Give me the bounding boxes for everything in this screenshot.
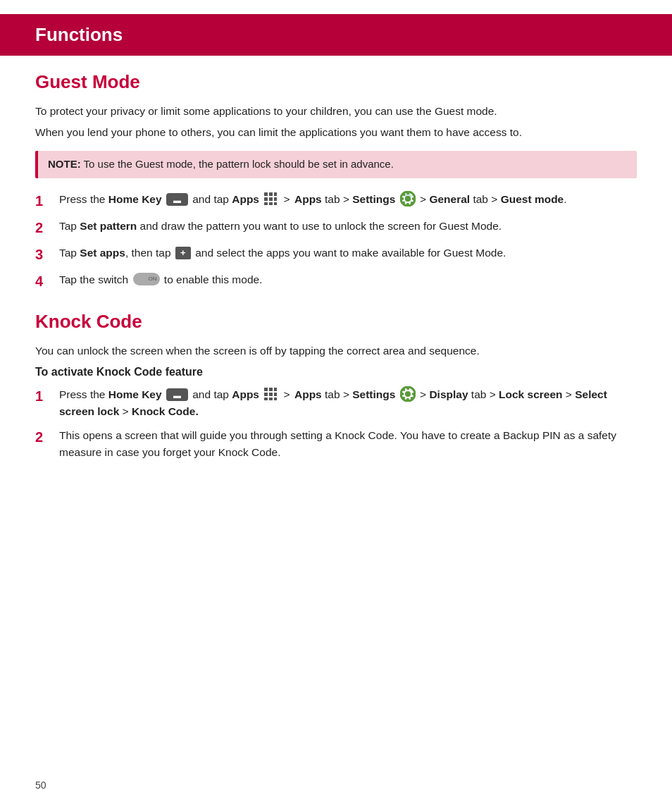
svg-rect-8 [274,202,277,205]
apps-grid-icon [263,387,278,401]
svg-rect-3 [264,197,268,201]
note-box: NOTE: To use the Guest mode, the pattern… [35,151,637,178]
step-number: 2 [35,427,55,447]
svg-rect-23 [264,388,268,391]
list-item: 2 This opens a screen that will guide yo… [35,427,637,461]
svg-rect-1 [269,192,273,196]
svg-rect-39 [411,398,413,400]
lock-screen-label: Lock screen [499,388,562,400]
knock-code-subheading: To activate Knock Code feature [35,364,637,381]
svg-rect-26 [264,393,268,396]
guest-mode-steps: 1 Press the Home Key ▬ and tap Apps [35,191,637,291]
page-header: Functions [0,14,672,56]
guest-mode-intro1: To protect your privacy or limit some ap… [35,103,637,120]
svg-rect-21 [402,194,405,196]
step-content: Press the Home Key ▬ and tap Apps [59,191,637,208]
knock-code-title: Knock Code [35,308,637,335]
home-key-icon: ▬ [166,388,188,401]
home-key-icon: ▬ [166,193,188,206]
step-content: Tap the switch to enable this mode. [59,271,637,288]
home-key-label: Home Key [108,388,162,400]
svg-rect-6 [264,202,268,205]
step-number: 1 [35,191,55,211]
settings-icon-2 [400,386,416,402]
general-label: General [429,193,470,205]
step-number: 3 [35,245,55,264]
svg-rect-4 [269,197,273,201]
svg-point-11 [405,196,411,202]
guest-mode-intro2: When you lend your phone to others, you … [35,124,637,141]
settings-label: Settings [352,388,395,400]
svg-rect-5 [274,197,277,201]
svg-rect-19 [403,202,405,204]
set-pattern-label: Set pattern [80,220,137,232]
list-item: 3 Tap Set apps, then tap + and select th… [35,245,637,264]
toggle-icon [133,273,160,285]
knock-code-intro: You can unlock the screen when the scree… [35,343,637,359]
guest-mode-section: Guest Mode To protect your privacy or li… [35,68,637,291]
note-text: To use the Guest mode, the pattern lock … [84,158,394,170]
set-apps-label: Set apps [80,247,125,259]
svg-rect-7 [269,202,273,205]
step-number: 4 [35,271,55,291]
svg-rect-17 [411,202,413,204]
svg-rect-25 [274,388,277,391]
step-content: Press the Home Key ▬ and tap Apps [59,386,637,420]
step-content: Tap Set apps, then tap + and select the … [59,245,637,261]
apps-tab-label: Apps [294,193,322,205]
svg-rect-0 [264,192,268,196]
note-label: NOTE: [48,158,81,170]
svg-rect-27 [269,393,273,396]
list-item: 4 Tap the switch to enable this mode. [35,271,637,291]
arrow: > [284,388,293,400]
list-item: 1 Press the Home Key ▬ and tap Apps [35,386,637,420]
settings-icon [400,191,416,207]
step-number: 1 [35,386,55,406]
display-label: Display [429,388,468,400]
apps-label: Apps [232,388,259,400]
knock-code-steps: 1 Press the Home Key ▬ and tap Apps [35,386,637,461]
knock-code-section: Knock Code You can unlock the screen whe… [35,308,637,461]
step-number: 2 [35,218,55,238]
add-icon: + [175,247,191,259]
knock-code-label: Knock Code. [132,405,199,417]
list-item: 1 Press the Home Key ▬ and tap Apps [35,191,637,211]
step-content: Tap Set pattern and draw the pattern you… [59,218,637,235]
list-item: 2 Tap Set pattern and draw the pattern y… [35,218,637,238]
svg-rect-43 [402,389,405,391]
svg-rect-29 [264,398,268,400]
arrow: > [284,193,293,205]
svg-rect-2 [274,192,277,196]
svg-point-33 [405,391,411,397]
guest-mode-title: Guest Mode [35,68,637,96]
svg-rect-31 [274,398,277,400]
apps-grid-icon [263,192,278,206]
guest-mode-label: Guest mode [501,193,564,205]
svg-rect-24 [269,388,273,391]
svg-rect-41 [403,397,405,400]
svg-rect-28 [274,393,277,396]
apps-tab-label: Apps [294,388,322,400]
home-key-label: Home Key [108,193,162,205]
page-number: 50 [35,778,46,793]
apps-label: Apps [232,193,259,205]
settings-label: Settings [352,193,395,205]
step-content: This opens a screen that will guide you … [59,427,637,461]
svg-rect-30 [269,398,273,400]
